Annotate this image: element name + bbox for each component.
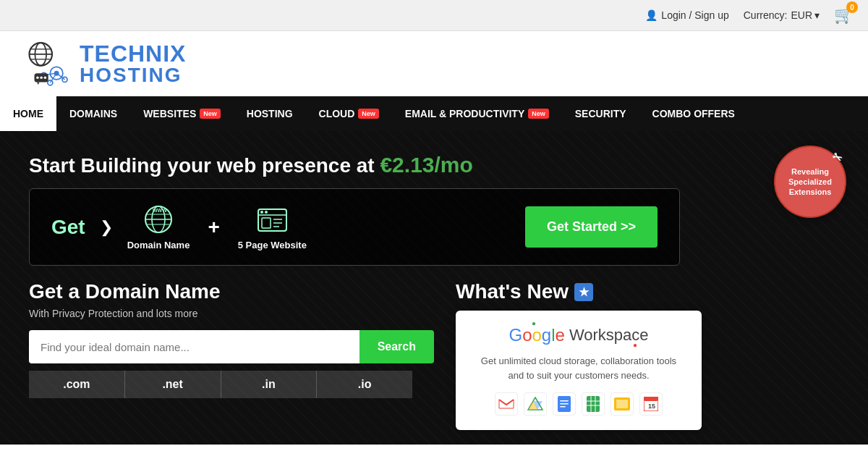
gw-slides-icon bbox=[610, 392, 634, 416]
google-g-letter: G bbox=[509, 325, 522, 345]
websites-new-badge: New bbox=[200, 109, 221, 119]
tld-io[interactable]: .io bbox=[317, 371, 412, 398]
get-started-button[interactable]: Get Started >> bbox=[525, 206, 658, 248]
login-signup-link[interactable]: 👤 Login / Sign up bbox=[645, 9, 728, 21]
svg-point-14 bbox=[36, 77, 39, 80]
website-icon bbox=[256, 203, 289, 236]
gw-dots-red: ● bbox=[633, 341, 637, 349]
promo-website-label: 5 Page Website bbox=[238, 240, 307, 250]
nav-websites-label: WEBSITES bbox=[143, 108, 196, 119]
promo-domain-item: WWW Domain Name bbox=[127, 203, 190, 250]
whats-new-label: What's New bbox=[456, 280, 569, 303]
gw-logo: Google Workspace bbox=[474, 325, 684, 345]
domain-section: Get a Domain Name With Privacy Protectio… bbox=[29, 280, 434, 430]
google-o2-letter: o bbox=[532, 325, 541, 345]
currency-value: EUR bbox=[791, 9, 812, 21]
logo-hosting: HOSTING bbox=[80, 65, 186, 85]
gw-header: ● Google Workspace ● bbox=[474, 325, 684, 345]
promo-website-item: 5 Page Website bbox=[238, 203, 307, 250]
hero-section: ✂ Revealing Specialized Extensions Start… bbox=[0, 131, 868, 445]
gw-description: Get unlimited cloud storage, collaborati… bbox=[474, 354, 684, 382]
svg-rect-46 bbox=[616, 400, 628, 408]
logo-text: TECHNIX HOSTING bbox=[80, 42, 186, 85]
logo-icon bbox=[22, 38, 72, 89]
currency-dropdown[interactable]: EUR ▾ bbox=[791, 9, 820, 21]
gw-dots-green: ● bbox=[532, 319, 536, 327]
nav-item-combo[interactable]: COMBO OFFERS bbox=[639, 96, 748, 131]
hero-title-start: Start Building your web presence at bbox=[29, 154, 380, 177]
svg-rect-37 bbox=[560, 400, 569, 402]
svg-rect-38 bbox=[560, 403, 569, 405]
lower-section: Get a Domain Name With Privacy Protectio… bbox=[29, 280, 839, 430]
currency-selector[interactable]: Currency: EUR ▾ bbox=[744, 9, 820, 21]
extensions-badge-text: Revealing Specialized Extensions bbox=[783, 167, 838, 198]
chevron-down-icon: ▾ bbox=[814, 9, 820, 21]
extensions-badge[interactable]: ✂ Revealing Specialized Extensions bbox=[774, 146, 846, 218]
svg-rect-39 bbox=[560, 406, 566, 408]
svg-point-15 bbox=[40, 77, 43, 80]
svg-text:15: 15 bbox=[648, 403, 655, 410]
google-e-letter: e bbox=[556, 325, 565, 345]
nav-item-security[interactable]: SECURITY bbox=[562, 96, 639, 131]
nav-item-websites[interactable]: WEBSITES New bbox=[130, 96, 234, 131]
svg-point-27 bbox=[265, 211, 268, 214]
promo-domain-label: Domain Name bbox=[127, 240, 190, 250]
google-g2-letter: g bbox=[542, 325, 551, 345]
svg-line-12 bbox=[50, 73, 56, 83]
google-o1-letter: o bbox=[522, 325, 532, 345]
hero-content: Start Building your web presence at €2.1… bbox=[29, 153, 839, 430]
globe-icon: WWW bbox=[142, 203, 175, 236]
gw-calendar-icon: 15 bbox=[639, 392, 663, 416]
logo-technix: TECHNIX bbox=[80, 42, 186, 65]
svg-point-26 bbox=[260, 211, 263, 214]
gw-gmail-icon bbox=[495, 392, 518, 416]
promo-arrow-icon: ❯ bbox=[100, 218, 113, 237]
email-new-badge: New bbox=[528, 109, 549, 119]
google-workspace-card[interactable]: ● Google Workspace ● Get unlimited cloud… bbox=[456, 311, 702, 430]
svg-text:WWW: WWW bbox=[153, 208, 167, 213]
nav-cloud-label: CLOUD bbox=[319, 108, 355, 119]
main-nav: HOME DOMAINS WEBSITES New HOSTING CLOUD … bbox=[0, 96, 868, 131]
svg-rect-28 bbox=[262, 218, 271, 228]
domain-search-button[interactable]: Search bbox=[359, 330, 434, 363]
hero-title: Start Building your web presence at €2.1… bbox=[29, 153, 839, 177]
cart-count: 0 bbox=[846, 1, 858, 13]
tld-row: .com .net .in .io bbox=[29, 371, 412, 398]
promo-get-label: Get bbox=[51, 216, 85, 239]
nav-item-home[interactable]: HOME bbox=[0, 96, 56, 131]
tld-net[interactable]: .net bbox=[125, 371, 221, 398]
domain-search-input[interactable] bbox=[29, 330, 359, 363]
promo-box: Get ❯ WWW Domain Name + bbox=[29, 188, 680, 266]
nav-item-cloud[interactable]: CLOUD New bbox=[306, 96, 392, 131]
svg-point-16 bbox=[44, 77, 47, 80]
svg-rect-40 bbox=[587, 396, 600, 412]
hero-price: €2.13/mo bbox=[380, 153, 472, 177]
nav-home-label: HOME bbox=[13, 108, 43, 119]
gw-icons-row: 15 bbox=[474, 392, 684, 416]
top-bar: 👤 Login / Sign up Currency: EUR ▾ 🛒 0 bbox=[0, 0, 868, 31]
gw-drive-icon bbox=[524, 392, 547, 416]
nav-email-label: EMAIL & PRODUCTIVITY bbox=[405, 108, 524, 119]
nav-security-label: SECURITY bbox=[575, 108, 626, 119]
nav-item-email[interactable]: EMAIL & PRODUCTIVITY New bbox=[392, 96, 562, 131]
nav-item-hosting[interactable]: HOSTING bbox=[234, 96, 306, 131]
gw-docs-icon bbox=[553, 392, 576, 416]
tld-in[interactable]: .in bbox=[221, 371, 318, 398]
svg-marker-17 bbox=[37, 82, 40, 85]
cart-button[interactable]: 🛒 0 bbox=[834, 6, 854, 25]
gw-sheets-icon bbox=[582, 392, 605, 416]
tld-com[interactable]: .com bbox=[29, 371, 125, 398]
currency-label: Currency: bbox=[744, 9, 788, 21]
site-header: TECHNIX HOSTING bbox=[0, 31, 868, 96]
nav-item-domains[interactable]: DOMAINS bbox=[56, 96, 130, 131]
domain-subtitle: With Privacy Protection and lots more bbox=[29, 308, 434, 319]
user-icon: 👤 bbox=[645, 9, 658, 21]
nav-domains-label: DOMAINS bbox=[69, 108, 117, 119]
domain-search-bar: Search bbox=[29, 330, 434, 363]
login-label: Login / Sign up bbox=[661, 9, 728, 21]
logo[interactable]: TECHNIX HOSTING bbox=[22, 38, 186, 89]
whats-new-star-icon: ★ bbox=[574, 283, 593, 301]
svg-rect-48 bbox=[644, 397, 658, 401]
domain-title: Get a Domain Name bbox=[29, 280, 434, 303]
nav-combo-label: COMBO OFFERS bbox=[652, 108, 735, 119]
